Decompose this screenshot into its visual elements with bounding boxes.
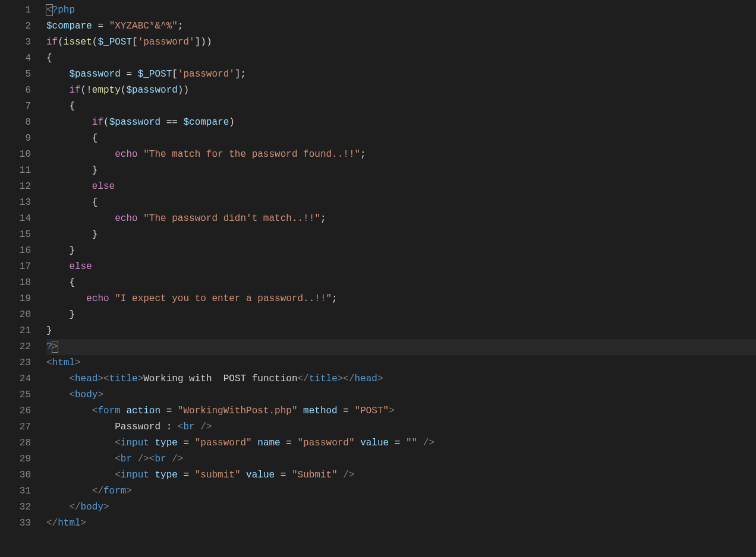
code-line[interactable]: ?> xyxy=(46,339,756,355)
code-line[interactable]: $password = $_POST['password']; xyxy=(46,67,756,83)
code-line[interactable]: <?php xyxy=(46,2,756,18)
code-line[interactable]: echo "The match for the password found..… xyxy=(46,147,756,163)
token: { xyxy=(46,197,97,208)
code-area[interactable]: <?php$compare = "XYZABC*&^%";if(isset($_… xyxy=(46,0,756,557)
line-number-gutter: 1234567891011121314151617181920212223242… xyxy=(0,0,46,557)
token: form xyxy=(97,406,120,416)
token: < xyxy=(115,454,121,464)
token: > xyxy=(389,406,395,416)
code-line[interactable]: <input type = "password" name = "passwor… xyxy=(46,435,756,451)
token: < xyxy=(46,357,52,368)
code-line[interactable]: if(!empty($password)) xyxy=(46,83,756,99)
code-line[interactable]: } xyxy=(46,323,756,339)
token: = xyxy=(178,470,195,480)
token: ) xyxy=(229,117,235,128)
line-number: 11 xyxy=(0,163,31,179)
token: value xyxy=(360,438,389,448)
token: { xyxy=(46,133,97,144)
code-line[interactable]: <form action = "WorkingWithPost.php" met… xyxy=(46,403,756,419)
token xyxy=(46,181,92,192)
line-number: 17 xyxy=(0,259,31,275)
token: head xyxy=(75,374,97,384)
token: < xyxy=(178,422,184,432)
code-line[interactable]: </form> xyxy=(46,483,756,499)
code-line[interactable]: { xyxy=(46,275,756,291)
token: html xyxy=(52,357,75,368)
line-number: 7 xyxy=(0,99,31,115)
code-line[interactable]: <br /><br /> xyxy=(46,451,756,467)
token: < xyxy=(69,390,75,400)
token: = xyxy=(121,69,138,80)
token: else xyxy=(92,181,115,192)
token: </ xyxy=(343,374,354,384)
line-number: 12 xyxy=(0,179,31,195)
token: 'password' xyxy=(178,69,235,80)
token: html xyxy=(58,518,80,528)
token xyxy=(138,213,144,224)
token: </ xyxy=(69,502,80,512)
code-line[interactable]: echo "The password didn't match..!!"; xyxy=(46,211,756,227)
token: > xyxy=(52,341,59,353)
code-line[interactable]: if(isset($_POST['password'])) xyxy=(46,34,756,50)
token xyxy=(46,390,69,400)
token: ( xyxy=(121,85,127,96)
token: $_POST xyxy=(97,37,132,48)
token: "The match for the password found..!!" xyxy=(143,149,360,160)
token: type xyxy=(155,438,177,448)
line-number: 29 xyxy=(0,451,31,467)
token: = xyxy=(178,438,195,448)
line-number: 26 xyxy=(0,403,31,419)
code-line[interactable]: <head><title>Working with POST function<… xyxy=(46,371,756,387)
token: empty xyxy=(92,85,121,96)
line-number: 2 xyxy=(0,18,31,34)
code-line[interactable]: <input type = "submit" value = "Submit" … xyxy=(46,467,756,483)
line-number: 24 xyxy=(0,371,31,387)
token: /> xyxy=(338,470,355,480)
code-line[interactable]: Password : <br /> xyxy=(46,419,756,435)
token: ( xyxy=(58,37,64,48)
code-editor[interactable]: 1234567891011121314151617181920212223242… xyxy=(0,0,756,557)
token: type xyxy=(155,470,177,480)
token: "submit" xyxy=(195,470,241,480)
code-line[interactable]: { xyxy=(46,195,756,211)
code-line[interactable]: } xyxy=(46,227,756,243)
code-line[interactable]: { xyxy=(46,131,756,147)
token: input xyxy=(121,438,149,448)
token: "POST" xyxy=(355,406,389,416)
token: Password : xyxy=(46,422,178,432)
line-number: 6 xyxy=(0,83,31,99)
code-line[interactable]: $compare = "XYZABC*&^%"; xyxy=(46,18,756,34)
code-line[interactable]: { xyxy=(46,99,756,115)
code-line[interactable]: } xyxy=(46,163,756,179)
code-line[interactable]: { xyxy=(46,50,756,67)
token xyxy=(46,502,69,512)
token: ]; xyxy=(235,69,246,80)
token: echo xyxy=(115,213,137,224)
code-line[interactable]: echo "I expect you to enter a password..… xyxy=(46,291,756,307)
line-number: 19 xyxy=(0,291,31,307)
token: if xyxy=(46,37,58,48)
code-line[interactable]: <html> xyxy=(46,355,756,371)
token: == xyxy=(160,117,183,128)
code-line[interactable]: } xyxy=(46,307,756,323)
token xyxy=(46,470,115,480)
token: Working with POST function xyxy=(143,374,297,384)
code-line[interactable]: } xyxy=(46,243,756,259)
code-line[interactable]: if($password == $compare) xyxy=(46,115,756,131)
code-line[interactable]: else xyxy=(46,179,756,195)
token: body xyxy=(81,502,103,512)
token: (! xyxy=(81,85,92,96)
token: > xyxy=(377,374,383,384)
token: > xyxy=(97,374,103,384)
token: isset xyxy=(64,37,92,48)
token: } xyxy=(46,325,52,336)
code-line[interactable]: <body> xyxy=(46,387,756,403)
token: } xyxy=(46,309,75,320)
code-line[interactable]: </html> xyxy=(46,515,756,531)
code-line[interactable]: else xyxy=(46,259,756,275)
code-line[interactable]: </body> xyxy=(46,499,756,515)
line-number: 3 xyxy=(0,34,31,50)
token: br xyxy=(183,422,194,432)
token: "Submit" xyxy=(292,470,338,480)
token: "XYZABC*&^%" xyxy=(109,21,178,31)
